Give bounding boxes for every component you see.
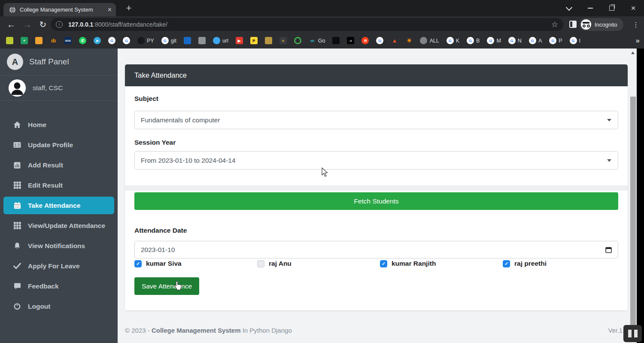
window-close-button[interactable]: × xyxy=(623,0,644,16)
bookmark-black-bird-icon[interactable] xyxy=(332,37,340,44)
incognito-badge: Incognito xyxy=(580,18,623,31)
recording-pause-overlay[interactable] xyxy=(623,325,642,342)
chart-bar-icon xyxy=(13,162,21,169)
save-attendance-button[interactable]: Save Attendance xyxy=(134,277,199,295)
bookmark-google-icon[interactable]: G xyxy=(108,37,115,44)
scrollbar-up-icon[interactable] xyxy=(631,52,635,54)
bookmark-p-yellow-icon[interactable]: P xyxy=(250,37,258,44)
bookmarks-overflow-icon[interactable]: » xyxy=(636,33,640,49)
fetch-students-button[interactable]: Fetch Students xyxy=(134,192,618,210)
bookmark-godaddy-icon[interactable]: ∞Go xyxy=(309,37,325,44)
sidebar-item-add-result[interactable]: Add Result xyxy=(0,155,118,175)
sidebar-item-feedback[interactable]: Feedback xyxy=(0,276,118,296)
bookmark-sun-orange-icon[interactable]: ☀ xyxy=(405,37,413,44)
sidebar-item-home[interactable]: Home xyxy=(0,115,118,135)
bookmark-google-n-icon[interactable]: GN xyxy=(508,37,522,44)
sidebar-item-label: View/Update Attendance xyxy=(28,222,105,230)
scrollbar[interactable] xyxy=(629,49,637,343)
bookmark-google-a-icon[interactable]: GA xyxy=(529,37,542,44)
sidebar-item-label: Feedback xyxy=(28,282,59,290)
bookmark-telegram-icon[interactable]: ➤ xyxy=(94,37,101,44)
sidebar-item-label: View Notifications xyxy=(28,242,85,250)
browser-window: College Management System × + × ← → ↻ i … xyxy=(0,0,644,343)
bookmark-gray-camera-icon[interactable] xyxy=(198,37,206,44)
sidebar-item-view-notifications[interactable]: View Notifications xyxy=(0,236,118,256)
bookmark-star-icon[interactable]: ☆ xyxy=(551,20,558,29)
sidebar-item-take-attendance[interactable]: Take Attendance xyxy=(3,197,114,214)
bookmark-google-i-icon[interactable]: GI xyxy=(570,37,580,44)
subject-select[interactable]: Fundamentals of computer xyxy=(134,111,618,129)
footer-copyright: © 2023 - College Management System In Py… xyxy=(125,327,292,334)
bookmark-signal-bars-icon[interactable]: ılı xyxy=(50,37,57,44)
bookmark-google-p-icon[interactable]: GP xyxy=(549,37,562,44)
bookmark-google-b-icon[interactable]: GB xyxy=(467,37,480,44)
sidebar-item-apply-for-leave[interactable]: Apply For Leave xyxy=(0,256,118,276)
student-checkbox-kumar-ranjith[interactable]: ✓kumar Ranjith xyxy=(380,260,503,267)
sidebar-item-view-update-attendance[interactable]: View/Update Attendance xyxy=(0,216,118,236)
window-minimize-button[interactable] xyxy=(580,0,601,16)
session-year-value: From 2023-01-10 to 2024-04-14 xyxy=(141,157,236,164)
attendance-date-label: Attendance Date xyxy=(134,227,187,234)
browser-tab[interactable]: College Management System × xyxy=(3,3,116,16)
window-chevron-icon[interactable] xyxy=(558,0,580,16)
forward-button[interactable]: → xyxy=(21,16,34,33)
bookmark-sheets-plus-icon[interactable]: + xyxy=(21,37,28,44)
bookmark-cart-dark-icon[interactable]: ¤ xyxy=(279,37,287,44)
sidebar-item-edit-result[interactable]: Edit Result xyxy=(0,175,118,195)
card-body: Subject Fundamentals of computer Session… xyxy=(125,86,628,310)
browser-menu-icon[interactable]: ⋮ xyxy=(630,16,641,33)
checkbox-checked-icon[interactable]: ✓ xyxy=(380,260,387,267)
bookmark-youtube-icon[interactable]: ▶ xyxy=(236,37,243,44)
bookmark-google-icon[interactable]: G xyxy=(123,37,130,44)
bookmark-sticky-note-icon[interactable] xyxy=(6,37,13,44)
bookmark-matlab-icon[interactable]: ▲ xyxy=(391,37,398,44)
bookmark-orange-camera-icon[interactable] xyxy=(35,37,43,44)
user-profile[interactable]: staff, CSC xyxy=(0,76,118,100)
tab-close-icon[interactable]: × xyxy=(108,6,112,13)
student-checkbox-raj-anu[interactable]: raj Anu xyxy=(257,260,380,267)
sidebar-menu: HomeUpdate ProfileAdd ResultEdit ResultT… xyxy=(0,115,118,316)
brand[interactable]: A Staff Panel xyxy=(0,49,118,75)
divider xyxy=(0,100,118,101)
bookmark-green-ring-icon[interactable] xyxy=(294,37,301,44)
address-bar[interactable]: i 127.0.0.1:8000/staff/attendance/take/ … xyxy=(51,18,563,31)
calendar-icon[interactable] xyxy=(605,246,612,253)
bookmark-github-icon[interactable]: PY xyxy=(137,37,154,44)
bookmark-whatsapp-icon[interactable]: ✆ xyxy=(79,37,86,44)
checkbox-unchecked-icon[interactable] xyxy=(257,260,264,267)
bookmark-google-k-icon[interactable]: GK xyxy=(447,37,459,44)
page-title: Take Attendance xyxy=(134,71,187,79)
sidebar-item-update-profile[interactable]: Update Profile xyxy=(0,135,118,155)
student-checkbox-raj-preethi[interactable]: ✓raj preethi xyxy=(503,260,626,267)
bookmark-cl-site-icon[interactable]: cl xyxy=(347,37,354,44)
student-checkbox-kumar-siva[interactable]: ✓kumar Siva xyxy=(134,260,257,267)
bookmark-google-git-icon[interactable]: Ggit xyxy=(161,37,176,44)
sidebar-item-logout[interactable]: Logout xyxy=(0,296,118,316)
bookmark-yandex-icon[interactable]: Я xyxy=(361,37,369,44)
subject-value: Fundamentals of computer xyxy=(141,116,220,124)
power-icon xyxy=(13,303,21,310)
user-name: staff, CSC xyxy=(33,84,63,92)
incognito-icon xyxy=(581,19,591,30)
bookmark-ieee-icon[interactable]: IEEE xyxy=(64,37,72,44)
scrollbar-thumb[interactable] xyxy=(630,97,636,337)
calendar-icon xyxy=(13,202,21,209)
site-info-icon[interactable]: i xyxy=(56,21,63,28)
back-button[interactable]: ← xyxy=(4,16,18,33)
incognito-label: Incognito xyxy=(595,21,617,28)
checkbox-checked-icon[interactable]: ✓ xyxy=(503,260,510,267)
bookmark-movie-camera-icon[interactable] xyxy=(265,37,272,44)
bookmark-blue-screen-icon[interactable] xyxy=(184,37,191,44)
sidebar-item-label: Take Attendance xyxy=(28,202,80,209)
bookmark-google-m-icon[interactable]: GM xyxy=(487,37,501,44)
attendance-date-input[interactable]: 2023-01-10 xyxy=(134,241,618,258)
bookmark-google-icon[interactable]: G xyxy=(376,37,383,44)
session-year-select[interactable]: From 2023-01-10 to 2024-04-14 xyxy=(134,151,618,170)
reload-button[interactable]: ↻ xyxy=(36,16,50,33)
bookmark-url-shortener-icon[interactable]: url xyxy=(213,37,228,44)
window-restore-button[interactable] xyxy=(601,0,623,16)
checkbox-checked-icon[interactable]: ✓ xyxy=(134,260,142,267)
new-tab-button[interactable]: + xyxy=(123,2,135,14)
side-panel-icon[interactable] xyxy=(569,21,577,28)
bookmark-globe-all-icon[interactable]: ALL xyxy=(420,37,439,44)
